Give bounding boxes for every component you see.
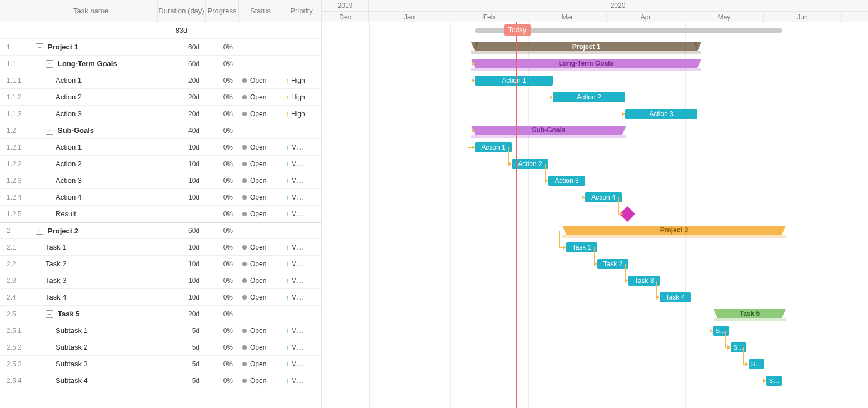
- table-row[interactable]: 1.1.1Action 120d0%Open↑High: [0, 72, 321, 89]
- priority-cell[interactable]: ↑High: [282, 72, 321, 89]
- duration-cell[interactable]: 5d: [158, 339, 206, 356]
- status-cell[interactable]: Open: [239, 322, 282, 339]
- priority-cell[interactable]: ↑M…: [282, 356, 321, 372]
- status-cell[interactable]: Open: [239, 256, 282, 272]
- group-bar[interactable]: Sub-Goals: [475, 126, 622, 135]
- table-row[interactable]: 2.3Task 310d0%Open↑M…: [0, 272, 321, 289]
- status-cell[interactable]: Open: [239, 106, 282, 122]
- col-header-progress[interactable]: Progress: [206, 0, 239, 22]
- duration-cell[interactable]: 5d: [158, 322, 206, 339]
- progress-cell[interactable]: 0%: [206, 322, 239, 339]
- status-cell[interactable]: Open: [239, 139, 282, 156]
- duration-cell[interactable]: 10d: [158, 139, 206, 156]
- status-cell[interactable]: Open: [239, 372, 282, 389]
- progress-cell[interactable]: 0%: [206, 156, 239, 172]
- priority-cell[interactable]: ↑M…: [282, 189, 321, 206]
- task-bar[interactable]: Task 1: [566, 242, 597, 252]
- group-bar[interactable]: Task 5: [717, 309, 782, 318]
- progress-cell[interactable]: 0%: [206, 239, 239, 256]
- progress-cell[interactable]: 0%: [206, 56, 239, 72]
- priority-cell[interactable]: ↑High: [282, 89, 321, 106]
- table-row[interactable]: 2Project 260d0%: [0, 222, 321, 239]
- group-bar[interactable]: Long-Term Goals: [475, 59, 697, 68]
- collapse-toggle[interactable]: [46, 310, 53, 318]
- priority-cell[interactable]: ↑M…: [282, 156, 321, 172]
- progress-cell[interactable]: 0%: [206, 256, 239, 272]
- table-row[interactable]: 2.4Task 410d0%Open↑M…: [0, 289, 321, 306]
- priority-cell[interactable]: [282, 56, 321, 72]
- status-cell[interactable]: Open: [239, 272, 282, 289]
- task-bar[interactable]: Action 3: [625, 109, 697, 119]
- status-cell[interactable]: [239, 222, 282, 239]
- duration-cell[interactable]: 10d: [158, 256, 206, 272]
- progress-cell[interactable]: 0%: [206, 372, 239, 389]
- priority-cell[interactable]: [282, 306, 321, 322]
- progress-cell[interactable]: 0%: [206, 222, 239, 239]
- task-bar[interactable]: Action 1: [475, 142, 512, 152]
- priority-cell[interactable]: ↑M…: [282, 289, 321, 306]
- task-bar[interactable]: Action 1: [475, 76, 553, 86]
- status-cell[interactable]: Open: [239, 339, 282, 356]
- col-header-duration[interactable]: Duration (day): [158, 0, 206, 22]
- priority-cell[interactable]: ↑M…: [282, 172, 321, 189]
- status-cell[interactable]: Open: [239, 289, 282, 306]
- priority-cell[interactable]: [282, 122, 321, 139]
- status-cell[interactable]: Open: [239, 89, 282, 106]
- priority-cell[interactable]: [282, 222, 321, 239]
- progress-cell[interactable]: 0%: [206, 189, 239, 206]
- duration-cell[interactable]: 5d: [158, 356, 206, 372]
- progress-cell[interactable]: 0%: [206, 39, 239, 56]
- duration-cell[interactable]: 20d: [158, 306, 206, 322]
- duration-cell[interactable]: 20d: [158, 106, 206, 122]
- task-bar[interactable]: S…: [731, 342, 746, 352]
- collapse-toggle[interactable]: [46, 127, 53, 135]
- task-bar[interactable]: Action 2: [553, 92, 625, 102]
- status-cell[interactable]: [239, 39, 282, 56]
- table-row[interactable]: 1.2.5Result0%Open↑M…: [0, 206, 321, 222]
- status-cell[interactable]: [239, 56, 282, 72]
- status-cell[interactable]: Open: [239, 356, 282, 372]
- table-row[interactable]: 1.2.3Action 310d0%Open↑M…: [0, 172, 321, 189]
- task-bar[interactable]: S…: [766, 376, 782, 386]
- task-bar[interactable]: S…: [713, 326, 729, 336]
- duration-cell[interactable]: 5d: [158, 372, 206, 389]
- group-bar[interactable]: Project 2: [566, 226, 782, 235]
- table-row[interactable]: 2.5.1Subtask 15d0%Open↑M…: [0, 322, 321, 339]
- table-row[interactable]: 1.2Sub-Goals40d0%: [0, 122, 321, 139]
- group-bar[interactable]: Project 1: [475, 42, 697, 51]
- duration-cell[interactable]: 20d: [158, 72, 206, 89]
- table-row[interactable]: 1.2.1Action 110d0%Open↑M…: [0, 139, 321, 156]
- priority-cell[interactable]: ↑M…: [282, 339, 321, 356]
- priority-cell[interactable]: ↑M…: [282, 372, 321, 389]
- table-row[interactable]: 2.2Task 210d0%Open↑M…: [0, 256, 321, 272]
- progress-cell[interactable]: 0%: [206, 122, 239, 139]
- duration-cell[interactable]: 10d: [158, 172, 206, 189]
- status-cell[interactable]: Open: [239, 156, 282, 172]
- duration-cell[interactable]: [158, 206, 206, 222]
- duration-cell[interactable]: 10d: [158, 272, 206, 289]
- status-cell[interactable]: [239, 306, 282, 322]
- progress-cell[interactable]: 0%: [206, 356, 239, 372]
- table-row[interactable]: 2.5.3Subtask 35d0%Open↑M…: [0, 356, 321, 372]
- task-bar[interactable]: Action 3: [548, 176, 585, 186]
- table-row[interactable]: 1.1Long-Term Goals60d0%: [0, 56, 321, 72]
- col-header-taskname[interactable]: Task name: [24, 0, 158, 22]
- duration-cell[interactable]: 10d: [158, 239, 206, 256]
- status-cell[interactable]: Open: [239, 206, 282, 222]
- gantt-chart-area[interactable]: TodayProject 1Long-Term GoalsAction 1Act…: [321, 22, 868, 408]
- progress-cell[interactable]: 0%: [206, 206, 239, 222]
- duration-cell[interactable]: 60d: [158, 39, 206, 56]
- status-cell[interactable]: Open: [239, 239, 282, 256]
- table-row[interactable]: 1.1.3Action 320d0%Open↑High: [0, 106, 321, 122]
- task-bar[interactable]: Task 3: [628, 276, 660, 286]
- task-bar[interactable]: S…: [749, 359, 764, 369]
- progress-cell[interactable]: 0%: [206, 289, 239, 306]
- duration-cell[interactable]: 20d: [158, 89, 206, 106]
- priority-cell[interactable]: ↑M…: [282, 239, 321, 256]
- table-row[interactable]: 2.5.4Subtask 45d0%Open↑M…: [0, 372, 321, 389]
- status-cell[interactable]: Open: [239, 189, 282, 206]
- status-cell[interactable]: Open: [239, 172, 282, 189]
- priority-cell[interactable]: ↑M…: [282, 206, 321, 222]
- duration-cell[interactable]: 60d: [158, 222, 206, 239]
- priority-cell[interactable]: ↑M…: [282, 272, 321, 289]
